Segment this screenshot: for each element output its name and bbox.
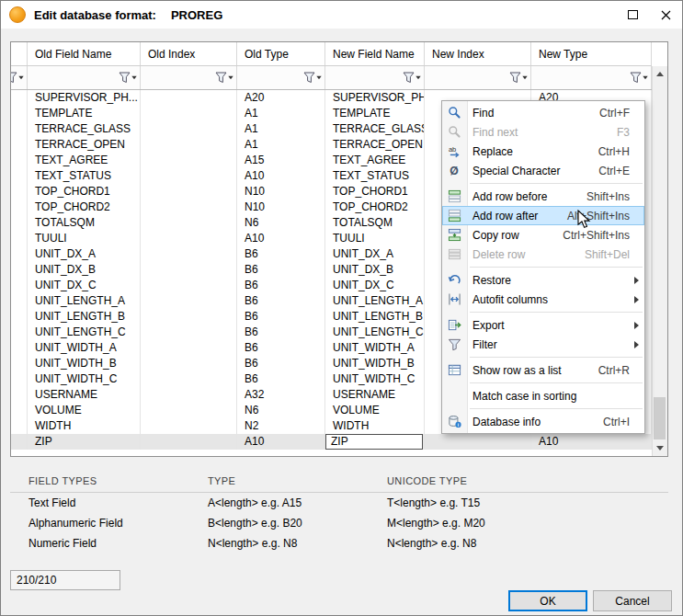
grid-cell[interactable]: TEXT_STATUS: [28, 168, 141, 184]
grid-cell[interactable]: UNIT_LENGTH_C: [325, 325, 425, 340]
column-header-new-index[interactable]: New Index: [425, 42, 531, 65]
row-selector[interactable]: [11, 309, 28, 325]
grid-cell[interactable]: [141, 168, 237, 184]
row-selector[interactable]: [11, 106, 28, 121]
row-selector[interactable]: [11, 371, 28, 387]
grid-cell[interactable]: WIDTH: [325, 418, 425, 434]
grid-cell[interactable]: UNIT_DX_C: [28, 278, 141, 293]
grid-cell[interactable]: TEXT_STATUS: [325, 168, 425, 184]
menu-item-find[interactable]: FindCtrl+F: [442, 103, 644, 122]
grid-cell[interactable]: UNIT_WIDTH_B: [28, 356, 141, 371]
menu-item-filter[interactable]: Filter: [442, 335, 644, 354]
filter-cell[interactable]: [425, 66, 531, 89]
grid-cell[interactable]: UNIT_LENGTH_A: [325, 293, 425, 309]
grid-cell[interactable]: A15: [237, 153, 325, 168]
grid-cell[interactable]: SUPERVISOR_PH...: [28, 90, 141, 106]
grid-cell[interactable]: [141, 184, 237, 200]
row-selector[interactable]: [11, 90, 28, 106]
grid-cell[interactable]: UNIT_WIDTH_C: [325, 371, 425, 387]
grid-cell[interactable]: TOP_CHORD1: [28, 184, 141, 200]
grid-cell[interactable]: A1: [237, 137, 325, 153]
grid-cell[interactable]: TUULI: [28, 231, 141, 246]
column-header-old-field-name[interactable]: Old Field Name: [28, 42, 141, 65]
grid-cell[interactable]: [141, 90, 237, 106]
menu-item-export[interactable]: Export: [442, 315, 644, 335]
grid-cell[interactable]: [141, 137, 237, 153]
row-selector[interactable]: [11, 168, 28, 184]
filter-cell[interactable]: [531, 66, 652, 89]
grid-cell[interactable]: [141, 387, 237, 403]
row-selector[interactable]: [11, 387, 28, 403]
scroll-down-button[interactable]: [653, 440, 667, 456]
grid-cell[interactable]: B6: [237, 278, 325, 293]
menu-item-replace[interactable]: abReplaceCtrl+H: [442, 142, 644, 161]
grid-cell[interactable]: [141, 293, 237, 309]
grid-cell[interactable]: [141, 246, 237, 262]
filter-cell[interactable]: [325, 66, 425, 89]
grid-cell[interactable]: B6: [237, 309, 325, 325]
grid-cell[interactable]: [141, 371, 237, 387]
grid-cell[interactable]: TEXT_AGREE: [28, 153, 141, 168]
grid-cell[interactable]: N10: [237, 200, 325, 215]
grid-cell[interactable]: [141, 356, 237, 371]
grid-cell[interactable]: TERRACE_OPEN: [28, 137, 141, 153]
grid-cell[interactable]: UNIT_DX_B: [325, 262, 425, 278]
grid-cell[interactable]: B6: [237, 262, 325, 278]
grid-cell[interactable]: [141, 231, 237, 246]
menu-item-autofit-columns[interactable]: Autofit columns: [442, 290, 644, 309]
grid-cell[interactable]: B6: [237, 340, 325, 356]
grid-cell[interactable]: [141, 418, 237, 434]
grid-cell[interactable]: [141, 262, 237, 278]
grid-cell[interactable]: A10: [237, 231, 325, 246]
row-selector[interactable]: [11, 137, 28, 153]
grid-cell[interactable]: UNIT_DX_C: [325, 278, 425, 293]
grid-cell[interactable]: TOTALSQM: [28, 215, 141, 231]
grid-cell[interactable]: UNIT_LENGTH_B: [28, 309, 141, 325]
grid-cell[interactable]: [141, 121, 237, 137]
grid-cell[interactable]: TOTALSQM: [325, 215, 425, 231]
cancel-button[interactable]: Cancel: [593, 590, 672, 611]
grid-cell[interactable]: UNIT_LENGTH_C: [28, 325, 141, 340]
grid-cell[interactable]: [141, 325, 237, 340]
grid-cell[interactable]: [425, 434, 531, 450]
row-selector[interactable]: [11, 215, 28, 231]
grid-cell[interactable]: [141, 340, 237, 356]
grid-cell[interactable]: B6: [237, 246, 325, 262]
grid-cell[interactable]: VOLUME: [28, 403, 141, 418]
vertical-scrollbar[interactable]: [652, 66, 667, 456]
row-selector[interactable]: [11, 121, 28, 137]
menu-item-delete-row[interactable]: Delete rowShift+Del: [442, 245, 644, 264]
row-selector[interactable]: [11, 403, 28, 418]
menu-item-add-row-before[interactable]: Add row beforeShift+Ins: [442, 187, 644, 206]
grid-cell[interactable]: [141, 309, 237, 325]
column-header-new-field-name[interactable]: New Field Name: [325, 42, 425, 65]
grid-cell[interactable]: TOP_CHORD2: [325, 200, 425, 215]
grid-cell[interactable]: UNIT_DX_A: [28, 246, 141, 262]
grid-cell[interactable]: A1: [237, 121, 325, 137]
menu-item-show-row-as-a-list[interactable]: Show row as a listCtrl+R: [442, 360, 644, 380]
grid-cell[interactable]: B6: [237, 293, 325, 309]
grid-cell[interactable]: USERNAME: [325, 387, 425, 403]
row-selector[interactable]: [11, 200, 28, 215]
filter-cell[interactable]: [28, 66, 141, 89]
grid-cell[interactable]: TUULI: [325, 231, 425, 246]
scroll-thumb[interactable]: [654, 397, 666, 439]
grid-cell[interactable]: USERNAME: [28, 387, 141, 403]
grid-cell[interactable]: [141, 278, 237, 293]
grid-cell[interactable]: UNIT_WIDTH_A: [325, 340, 425, 356]
grid-cell[interactable]: N10: [237, 184, 325, 200]
grid-cell[interactable]: TOP_CHORD1: [325, 184, 425, 200]
grid-cell[interactable]: A1: [237, 106, 325, 121]
grid-cell[interactable]: ZIP: [28, 434, 141, 450]
row-selector[interactable]: [11, 231, 28, 246]
ok-button[interactable]: OK: [508, 590, 587, 611]
menu-item-copy-row[interactable]: Copy rowCtrl+Shift+Ins: [442, 225, 644, 245]
row-selector[interactable]: [11, 356, 28, 371]
grid-cell[interactable]: A32: [237, 387, 325, 403]
grid-cell[interactable]: UNIT_WIDTH_C: [28, 371, 141, 387]
menu-item-database-info[interactable]: iDatabase infoCtrl+I: [442, 412, 644, 431]
maximize-button[interactable]: [616, 1, 649, 29]
grid-cell[interactable]: A10: [237, 168, 325, 184]
grid-cell[interactable]: [141, 215, 237, 231]
grid-cell[interactable]: A10: [237, 434, 325, 450]
